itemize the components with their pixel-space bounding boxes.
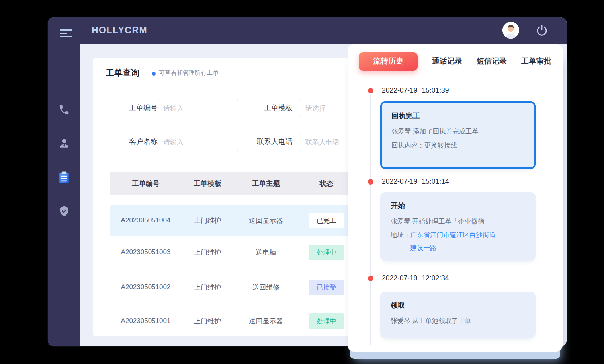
filter-label-order-no: 工单编号 [106, 103, 158, 113]
cell-order-no: A202305051004 [110, 216, 182, 224]
cell-subject: 送回显示器 [233, 317, 299, 326]
timeline-timestamp: 2022-07-19 15:01:39 [382, 86, 449, 95]
cell-subject: 送回维修 [233, 283, 299, 292]
timeline-dot [368, 179, 373, 185]
col-subject: 工单主题 [233, 179, 299, 188]
filter-label-template: 工单模板 [241, 103, 293, 113]
tab-call-records[interactable]: 通话记录 [432, 56, 462, 66]
card-line: 回执内容：更换转接线 [391, 138, 524, 152]
power-icon[interactable] [536, 24, 548, 37]
table-row[interactable]: A202305051003 上门维护 送电脑 处理中 [110, 237, 369, 267]
cell-subject: 送回显示器 [233, 216, 299, 225]
subtitle-dot-icon [152, 72, 156, 76]
avatar[interactable] [502, 22, 519, 39]
col-status: 状态 [299, 179, 354, 188]
col-order-no: 工单编号 [110, 179, 182, 188]
order-no-input[interactable] [158, 100, 238, 117]
sidebar-item-calls[interactable] [57, 104, 71, 117]
card-line: 张爱琴 添加了回执并完成工单 [391, 125, 524, 138]
filter-label-phone: 联系人电话 [241, 137, 293, 146]
timeline-card-claim[interactable]: 领取 张爱琴 从工单池领取了工单 [380, 292, 536, 338]
table-row[interactable]: A202305051004 上门维护 送回显示器 已完工 [110, 205, 369, 236]
tab-approval[interactable]: 工单审批 [521, 56, 551, 66]
card-title: 开始 [391, 201, 525, 210]
cell-order-no: A202305051001 [110, 317, 182, 325]
app-logo: HOLLYCRM [92, 17, 147, 44]
filter-label-customer: 客户名称 [106, 137, 158, 146]
cell-subject: 送电脑 [233, 248, 299, 257]
workorder-icon [57, 171, 71, 186]
cell-template: 上门维护 [182, 283, 233, 292]
cell-order-no: A202305051002 [110, 283, 182, 291]
col-template: 工单模板 [182, 179, 233, 188]
customer-name-input[interactable] [158, 134, 238, 151]
timeline-timestamp: 2022-07-19 12:02:34 [382, 274, 449, 282]
card-title: 领取 [391, 300, 525, 310]
timeline-card-reply-complete[interactable]: 回执完工 张爱琴 添加了回执并完成工单 回执内容：更换转接线 [380, 101, 536, 169]
security-icon [58, 205, 70, 219]
sidebar-item-workorders[interactable] [57, 172, 71, 185]
contacts-icon [58, 137, 70, 151]
phone-icon [58, 104, 70, 117]
top-navbar: HOLLYCRM [48, 17, 567, 44]
timeline-timestamp: 2022-07-19 15:01:14 [382, 177, 449, 186]
sidebar-item-security[interactable] [57, 205, 71, 219]
timeline-dot [368, 88, 373, 93]
address-link[interactable]: 广东省江门市蓬江区白沙街道建设一路 [410, 228, 498, 255]
timeline-card-start[interactable]: 开始 张爱琴 开始处理工单「企业微信」 地址： 广东省江门市蓬江区白沙街道建设一… [380, 192, 536, 261]
page-subtitle: 可查看和管理所有工单 [159, 69, 219, 77]
tab-sms-records[interactable]: 短信记录 [477, 56, 507, 66]
card-line: 张爱琴 开始处理工单「企业微信」 [391, 214, 525, 228]
cell-template: 上门维护 [182, 317, 233, 326]
card-title: 回执完工 [391, 111, 524, 121]
timeline-dot [368, 276, 373, 281]
timeline-line [370, 94, 371, 345]
cell-order-no: A202305051003 [110, 248, 182, 256]
tab-circulation-history[interactable]: 流转历史 [359, 52, 418, 71]
table-row[interactable]: A202305051002 上门维护 送回维修 已接受 [110, 272, 369, 302]
menu-icon[interactable] [60, 29, 72, 38]
detail-tabs: 流转历史 通话记录 短信记录 工单审批 [359, 52, 556, 71]
status-badge: 处理中 [309, 245, 344, 260]
address-label: 地址： [391, 228, 410, 255]
card-line: 张爱琴 从工单池领取了工单 [391, 314, 525, 328]
table-row[interactable]: A202305051001 上门维护 送回显示器 处理中 [110, 306, 369, 336]
cell-template: 上门维护 [182, 248, 233, 257]
tabs-divider [359, 76, 555, 76]
sidebar [48, 17, 80, 346]
status-badge: 已完工 [309, 213, 344, 228]
sidebar-item-contacts[interactable] [57, 137, 71, 151]
table-header: 工单编号 工单模板 工单主题 状态 [110, 172, 369, 195]
status-badge: 已接受 [309, 280, 344, 295]
status-badge: 处理中 [309, 313, 344, 329]
cell-template: 上门维护 [182, 216, 233, 225]
page-title: 工单查询 [106, 67, 139, 78]
screenshot-stage: HOLLYCRM [0, 0, 604, 364]
workorder-detail-panel: 流转历史 通话记录 短信记录 工单审批 2022-07-19 15:01:39 … [348, 44, 563, 352]
